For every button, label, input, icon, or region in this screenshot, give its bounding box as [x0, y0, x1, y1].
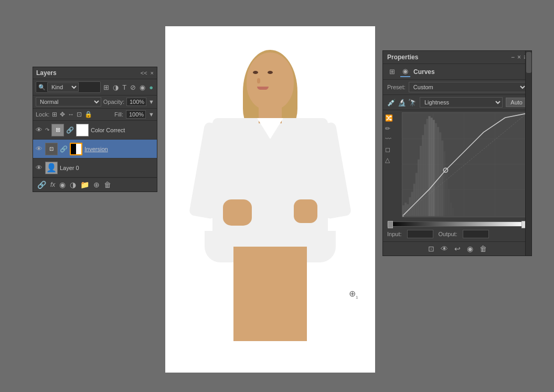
close-button[interactable]: ×	[151, 70, 154, 76]
eyedropper-icon[interactable]: 💉	[387, 99, 396, 107]
layers-title: Layers	[36, 69, 57, 77]
output-value[interactable]	[463, 230, 489, 238]
curves-slider-row	[383, 219, 531, 229]
preset-dropdown[interactable]: Custom	[409, 82, 527, 92]
canvas-image[interactable]: ⊕1	[165, 26, 375, 373]
properties-header: Properties − × ≡	[383, 51, 531, 64]
link-icon[interactable]: 🔗	[37, 181, 46, 189]
svg-rect-20	[428, 116, 430, 216]
svg-rect-26	[441, 141, 443, 216]
group-layer-icon[interactable]: 📁	[80, 181, 89, 189]
svg-rect-15	[418, 160, 420, 216]
slider-handle-left[interactable]	[388, 221, 393, 228]
svg-rect-13	[413, 184, 416, 216]
lock-icon-4[interactable]: ⊡	[77, 111, 82, 118]
svg-rect-31	[452, 208, 454, 216]
layers-list: 👁 ↷ ⊞ 🔗 Color Correct 👁 ⊡ 🔗 Inversion 👁 …	[33, 121, 157, 177]
layer-arrow-icon: ↷	[45, 127, 49, 133]
output-slider-track[interactable]	[387, 221, 527, 227]
eye-loop-button[interactable]: 👁	[441, 245, 448, 253]
opacity-label: Opacity:	[103, 99, 124, 105]
visibility-icon[interactable]: 👁	[36, 145, 43, 153]
io-row: Input: Output:	[383, 229, 531, 241]
close-button[interactable]: ×	[517, 54, 521, 61]
layer-name: Inversion	[84, 146, 154, 152]
svg-rect-24	[437, 127, 439, 216]
eyedropper2-icon[interactable]: 🔬	[398, 99, 406, 107]
properties-scrollbar[interactable]	[525, 51, 531, 256]
delete-layer-icon[interactable]: 🗑	[104, 181, 111, 189]
curves-label: Curves	[413, 68, 435, 76]
svg-rect-12	[411, 192, 413, 216]
layer-icon-2[interactable]: ◑	[112, 83, 120, 92]
lock-fill-row: Lock: ⊞ ✥ ↔ ⊡ 🔒 Fill: ▼	[33, 109, 157, 121]
lock-icon-5[interactable]: 🔒	[84, 111, 92, 118]
fill-label: Fill:	[114, 111, 123, 118]
fx-icon[interactable]: fx	[50, 181, 55, 188]
svg-rect-23	[435, 123, 437, 216]
mask-button[interactable]: ⊡	[428, 245, 434, 253]
curves-tool-3[interactable]: 〰	[385, 135, 393, 143]
opacity-input[interactable]	[126, 98, 146, 106]
blend-mode-dropdown[interactable]: Normal	[36, 97, 101, 107]
layer-adjustment-thumb: ⊞	[51, 124, 64, 136]
lock-icon-3[interactable]: ↔	[68, 111, 74, 118]
visibility-icon[interactable]: 👁	[36, 164, 43, 172]
blend-opacity-row: Normal Opacity: ▼	[33, 96, 157, 109]
fill-input[interactable]	[126, 110, 146, 119]
layer-item[interactable]: 👁 👤 Layer 0	[33, 158, 157, 177]
reset-button[interactable]: ↩	[454, 245, 461, 253]
svg-rect-29	[448, 189, 450, 216]
layer-icon-6[interactable]: ●	[148, 83, 154, 92]
new-fill-layer-icon[interactable]: ◉	[59, 181, 66, 189]
delete-adjustment-button[interactable]: 🗑	[480, 245, 487, 253]
layer-icon-1[interactable]: ⊞	[102, 83, 110, 92]
visibility-icon[interactable]: 👁	[36, 126, 43, 134]
curves-graph-area[interactable]	[402, 112, 527, 217]
layers-panel-header: Layers << ×	[33, 67, 157, 79]
opacity-chevron[interactable]: ▼	[148, 99, 154, 105]
minimize-button[interactable]: −	[511, 54, 515, 61]
channel-row: 💉 🔬 🔭 Lightness RGB Red Green Blue Auto	[383, 95, 531, 110]
channel-dropdown[interactable]: Lightness RGB Red Green Blue	[420, 97, 503, 108]
properties-tabs: ⊞ ◉ Curves	[383, 64, 531, 80]
fill-chevron[interactable]: ▼	[148, 111, 154, 118]
legs	[233, 247, 307, 341]
lock-label: Lock:	[36, 111, 49, 118]
layer-chain-icon[interactable]: 🔗	[66, 126, 74, 134]
adjustment-tab-icon[interactable]: ◉	[400, 66, 410, 77]
input-value[interactable]	[407, 230, 433, 238]
kind-dropdown[interactable]: Kind	[47, 82, 79, 92]
layer-icon-5[interactable]: ◉	[138, 83, 146, 92]
layer-chain-icon[interactable]: 🔗	[60, 145, 68, 153]
eyedropper3-icon[interactable]: 🔭	[408, 99, 417, 107]
layer-mask-thumb	[76, 124, 89, 136]
curves-tool-5[interactable]: △	[385, 156, 393, 164]
curves-container: 🔀 ✏ 〰 ◻ △	[383, 112, 531, 217]
lock-icon-2[interactable]: ✥	[60, 111, 65, 118]
layers-panel: Layers << × 🔍 Kind ⊞ ◑ T ⊘ ◉ ● Normal Op…	[33, 67, 157, 192]
layer-image-thumb	[70, 143, 82, 155]
layer-item[interactable]: 👁 ⊡ 🔗 Inversion	[33, 140, 157, 158]
lock-icon-1[interactable]: ⊞	[52, 111, 57, 118]
face-features	[253, 71, 273, 90]
layers-header-icons: << ×	[141, 70, 154, 76]
scrollbar-handle[interactable]	[526, 52, 531, 73]
auto-button[interactable]: Auto	[506, 98, 527, 107]
layer-item[interactable]: 👁 ↷ ⊞ 🔗 Color Correct	[33, 121, 157, 140]
visibility-toggle-button[interactable]: ◉	[467, 245, 473, 253]
curves-tool-1[interactable]: 🔀	[385, 114, 393, 122]
curves-tool-4[interactable]: ◻	[385, 146, 393, 153]
collapse-button[interactable]: <<	[141, 70, 147, 76]
new-layer-icon[interactable]: ⊕	[93, 181, 100, 189]
curves-tool-2[interactable]: ✏	[385, 125, 393, 132]
layer-icon-3[interactable]: T	[121, 83, 127, 92]
canvas-area: ⊕1	[165, 26, 375, 373]
pixel-tab-icon[interactable]: ⊞	[387, 67, 397, 77]
svg-rect-19	[426, 119, 428, 216]
curves-left-tools: 🔀 ✏ 〰 ◻ △	[385, 112, 393, 164]
properties-title: Properties	[387, 54, 418, 61]
layer-image-thumb: 👤	[45, 162, 58, 174]
layer-icon-4[interactable]: ⊘	[129, 83, 137, 92]
adjustment-layer-icon[interactable]: ◑	[70, 181, 76, 189]
